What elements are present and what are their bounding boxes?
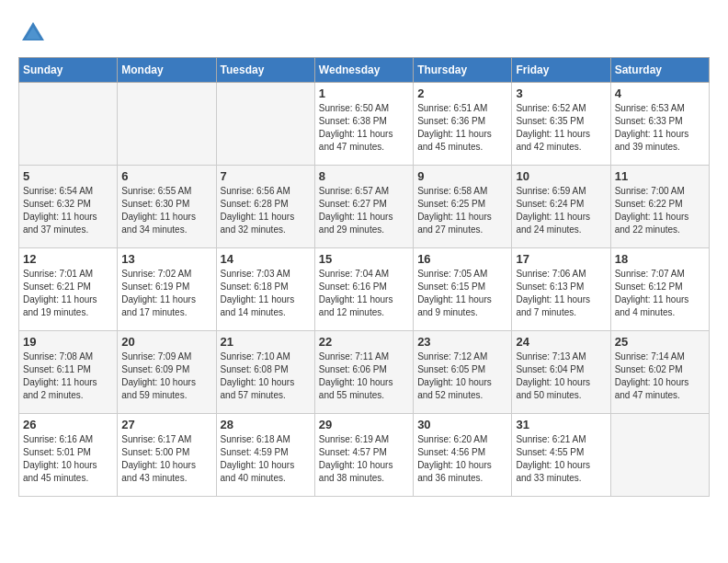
day-info: Sunrise: 6:16 AMSunset: 5:01 PMDaylight:… <box>23 433 113 485</box>
day-info: Sunrise: 7:10 AMSunset: 6:08 PMDaylight:… <box>221 350 311 402</box>
calendar-day-cell: 7Sunrise: 6:56 AMSunset: 6:28 PMDaylight… <box>216 166 314 248</box>
calendar-day-cell: 21Sunrise: 7:10 AMSunset: 6:08 PMDayligh… <box>216 331 314 414</box>
day-number: 15 <box>319 252 409 266</box>
calendar-day-cell: 24Sunrise: 7:13 AMSunset: 6:04 PMDayligh… <box>512 331 610 414</box>
day-number: 26 <box>23 418 113 431</box>
day-number: 27 <box>121 418 211 431</box>
day-number: 30 <box>417 418 507 431</box>
calendar-day-cell: 17Sunrise: 7:06 AMSunset: 6:13 PMDayligh… <box>512 248 610 331</box>
day-info: Sunrise: 6:54 AMSunset: 6:32 PMDaylight:… <box>23 185 113 236</box>
day-info: Sunrise: 6:21 AMSunset: 4:55 PMDaylight:… <box>516 433 606 485</box>
day-info: Sunrise: 6:50 AMSunset: 6:38 PMDaylight:… <box>319 102 409 154</box>
day-of-week-header: Saturday <box>610 58 709 83</box>
day-info: Sunrise: 7:03 AMSunset: 6:18 PMDaylight:… <box>221 268 311 319</box>
day-info: Sunrise: 6:59 AMSunset: 6:24 PMDaylight:… <box>516 185 606 236</box>
day-info: Sunrise: 6:53 AMSunset: 6:33 PMDaylight:… <box>615 102 705 154</box>
day-info: Sunrise: 7:07 AMSunset: 6:12 PMDaylight:… <box>615 268 705 319</box>
calendar-header-row: SundayMondayTuesdayWednesdayThursdayFrid… <box>19 58 710 83</box>
day-number: 13 <box>121 252 211 266</box>
day-number: 23 <box>417 335 507 349</box>
calendar-week-row: 1Sunrise: 6:50 AMSunset: 6:38 PMDaylight… <box>19 83 710 166</box>
calendar-day-cell: 14Sunrise: 7:03 AMSunset: 6:18 PMDayligh… <box>216 248 314 331</box>
day-info: Sunrise: 6:52 AMSunset: 6:35 PMDaylight:… <box>516 102 606 154</box>
calendar-day-cell: 15Sunrise: 7:04 AMSunset: 6:16 PMDayligh… <box>314 248 413 331</box>
day-info: Sunrise: 7:06 AMSunset: 6:13 PMDaylight:… <box>516 268 606 319</box>
day-info: Sunrise: 7:12 AMSunset: 6:05 PMDaylight:… <box>417 350 507 402</box>
day-number: 19 <box>23 335 113 349</box>
day-info: Sunrise: 6:51 AMSunset: 6:36 PMDaylight:… <box>417 102 507 154</box>
day-number: 6 <box>121 169 211 183</box>
logo <box>18 18 51 48</box>
day-number: 29 <box>319 418 409 431</box>
day-number: 17 <box>516 252 606 266</box>
calendar-day-cell: 11Sunrise: 7:00 AMSunset: 6:22 PMDayligh… <box>610 166 709 248</box>
day-info: Sunrise: 7:05 AMSunset: 6:15 PMDaylight:… <box>417 268 507 319</box>
calendar-day-cell: 23Sunrise: 7:12 AMSunset: 6:05 PMDayligh… <box>414 331 512 414</box>
day-info: Sunrise: 6:55 AMSunset: 6:30 PMDaylight:… <box>121 185 211 236</box>
day-info: Sunrise: 6:58 AMSunset: 6:25 PMDaylight:… <box>417 185 507 236</box>
day-number: 21 <box>221 335 311 349</box>
day-number: 10 <box>516 169 606 183</box>
day-number: 1 <box>319 86 409 100</box>
calendar-day-cell: 26Sunrise: 6:16 AMSunset: 5:01 PMDayligh… <box>19 414 118 497</box>
day-number: 22 <box>319 335 409 349</box>
day-info: Sunrise: 7:13 AMSunset: 6:04 PMDaylight:… <box>516 350 606 402</box>
calendar-day-cell: 18Sunrise: 7:07 AMSunset: 6:12 PMDayligh… <box>610 248 709 331</box>
calendar-day-cell: 20Sunrise: 7:09 AMSunset: 6:09 PMDayligh… <box>118 331 216 414</box>
calendar-week-row: 5Sunrise: 6:54 AMSunset: 6:32 PMDaylight… <box>19 166 710 248</box>
calendar-week-row: 26Sunrise: 6:16 AMSunset: 5:01 PMDayligh… <box>19 414 710 497</box>
day-number: 11 <box>615 169 705 183</box>
day-info: Sunrise: 7:11 AMSunset: 6:06 PMDaylight:… <box>319 350 409 402</box>
calendar-day-cell: 28Sunrise: 6:18 AMSunset: 4:59 PMDayligh… <box>216 414 314 497</box>
day-number: 4 <box>615 86 705 100</box>
day-of-week-header: Thursday <box>414 58 512 83</box>
day-number: 20 <box>121 335 211 349</box>
calendar-day-cell <box>216 83 314 166</box>
calendar-day-cell: 2Sunrise: 6:51 AMSunset: 6:36 PMDaylight… <box>414 83 512 166</box>
logo-icon <box>18 18 48 48</box>
day-number: 25 <box>615 335 705 349</box>
day-number: 12 <box>23 252 113 266</box>
calendar-day-cell <box>19 83 118 166</box>
calendar-day-cell: 13Sunrise: 7:02 AMSunset: 6:19 PMDayligh… <box>118 248 216 331</box>
day-number: 7 <box>221 169 311 183</box>
day-number: 16 <box>417 252 507 266</box>
day-of-week-header: Sunday <box>19 58 118 83</box>
calendar-day-cell: 6Sunrise: 6:55 AMSunset: 6:30 PMDaylight… <box>118 166 216 248</box>
day-number: 2 <box>417 86 507 100</box>
calendar-day-cell: 5Sunrise: 6:54 AMSunset: 6:32 PMDaylight… <box>19 166 118 248</box>
day-info: Sunrise: 6:17 AMSunset: 5:00 PMDaylight:… <box>121 433 211 485</box>
calendar-day-cell <box>610 414 709 497</box>
calendar-day-cell: 8Sunrise: 6:57 AMSunset: 6:27 PMDaylight… <box>314 166 413 248</box>
calendar-day-cell: 31Sunrise: 6:21 AMSunset: 4:55 PMDayligh… <box>512 414 610 497</box>
calendar-day-cell: 29Sunrise: 6:19 AMSunset: 4:57 PMDayligh… <box>314 414 413 497</box>
day-info: Sunrise: 7:08 AMSunset: 6:11 PMDaylight:… <box>23 350 113 402</box>
day-number: 14 <box>221 252 311 266</box>
calendar-day-cell: 30Sunrise: 6:20 AMSunset: 4:56 PMDayligh… <box>414 414 512 497</box>
day-of-week-header: Tuesday <box>216 58 314 83</box>
calendar-day-cell: 4Sunrise: 6:53 AMSunset: 6:33 PMDaylight… <box>610 83 709 166</box>
calendar-day-cell: 1Sunrise: 6:50 AMSunset: 6:38 PMDaylight… <box>314 83 413 166</box>
day-info: Sunrise: 6:18 AMSunset: 4:59 PMDaylight:… <box>221 433 311 485</box>
page-header <box>18 18 710 48</box>
day-info: Sunrise: 7:09 AMSunset: 6:09 PMDaylight:… <box>121 350 211 402</box>
day-info: Sunrise: 6:20 AMSunset: 4:56 PMDaylight:… <box>417 433 507 485</box>
calendar-day-cell: 3Sunrise: 6:52 AMSunset: 6:35 PMDaylight… <box>512 83 610 166</box>
calendar-day-cell: 9Sunrise: 6:58 AMSunset: 6:25 PMDaylight… <box>414 166 512 248</box>
day-number: 18 <box>615 252 705 266</box>
calendar-day-cell: 16Sunrise: 7:05 AMSunset: 6:15 PMDayligh… <box>414 248 512 331</box>
calendar-day-cell: 19Sunrise: 7:08 AMSunset: 6:11 PMDayligh… <box>19 331 118 414</box>
calendar-day-cell: 25Sunrise: 7:14 AMSunset: 6:02 PMDayligh… <box>610 331 709 414</box>
day-number: 5 <box>23 169 113 183</box>
calendar-table: SundayMondayTuesdayWednesdayThursdayFrid… <box>18 57 710 497</box>
day-info: Sunrise: 7:14 AMSunset: 6:02 PMDaylight:… <box>615 350 705 402</box>
day-info: Sunrise: 6:19 AMSunset: 4:57 PMDaylight:… <box>319 433 409 485</box>
calendar-week-row: 19Sunrise: 7:08 AMSunset: 6:11 PMDayligh… <box>19 331 710 414</box>
calendar-day-cell: 10Sunrise: 6:59 AMSunset: 6:24 PMDayligh… <box>512 166 610 248</box>
day-info: Sunrise: 7:04 AMSunset: 6:16 PMDaylight:… <box>319 268 409 319</box>
day-info: Sunrise: 7:00 AMSunset: 6:22 PMDaylight:… <box>615 185 705 236</box>
calendar-day-cell: 22Sunrise: 7:11 AMSunset: 6:06 PMDayligh… <box>314 331 413 414</box>
day-number: 28 <box>221 418 311 431</box>
day-number: 9 <box>417 169 507 183</box>
calendar-day-cell <box>118 83 216 166</box>
